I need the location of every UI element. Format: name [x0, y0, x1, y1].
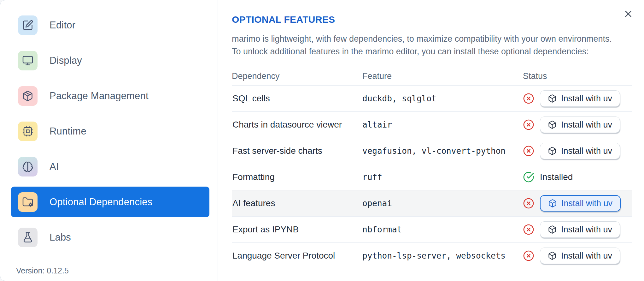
table-header-row: Dependency Feature Status: [232, 67, 632, 86]
install-button-label: Install with uv: [561, 94, 612, 104]
not-installed-icon: [523, 119, 534, 130]
feature-packages: duckdb, sqlglot: [362, 94, 523, 103]
sidebar-item-label: Runtime: [50, 126, 86, 137]
package-box-icon: [548, 146, 557, 155]
cpu-icon: [22, 126, 33, 137]
dependency-name: Charts in datasource viewer: [232, 120, 362, 130]
status-cell: Install with uv: [523, 117, 632, 133]
install-button-label: Install with uv: [561, 225, 612, 235]
sidebar-item-display[interactable]: Display: [11, 45, 209, 76]
status-cell: Installed: [523, 171, 632, 183]
not-installed-icon: [523, 250, 534, 261]
status-cell: Install with uv: [523, 90, 632, 107]
cpu-icon-tile: [18, 122, 38, 141]
panel-description: marimo is lightweight, with few dependen…: [232, 33, 635, 58]
table-row: Formatting ruff Installed: [232, 164, 632, 190]
sidebar-item-label: Display: [50, 55, 82, 66]
dependency-table: Dependency Feature Status SQL cells duck…: [232, 67, 632, 269]
dependency-name: Fast server-side charts: [232, 146, 362, 156]
install-with-uv-button[interactable]: Install with uv: [540, 195, 621, 212]
column-header-dependency: Dependency: [232, 71, 362, 81]
sidebar-item-package-management[interactable]: Package Management: [11, 81, 209, 111]
install-with-uv-button[interactable]: Install with uv: [540, 117, 620, 133]
close-icon: [623, 9, 634, 19]
status-cell: Install with uv: [523, 195, 632, 212]
table-row: SQL cells duckdb, sqlglot Install with u…: [232, 86, 632, 112]
not-installed-icon: [523, 145, 534, 157]
package-icon: [22, 90, 33, 102]
sidebar-item-label: Labs: [50, 232, 71, 243]
package-icon-tile: [18, 86, 38, 106]
table-row: Language Server Protocol python-lsp-serv…: [232, 243, 632, 269]
install-with-uv-button[interactable]: Install with uv: [540, 90, 620, 107]
table-row: AI features openai Install with uv: [232, 190, 632, 217]
pencil-square-icon: [22, 20, 33, 31]
sidebar-item-editor[interactable]: Editor: [11, 10, 209, 40]
table-row: Charts in datasource viewer altair Insta…: [232, 112, 632, 138]
monitor-icon: [22, 55, 33, 66]
feature-packages: ruff: [362, 172, 523, 182]
page-title: OPTIONAL FEATURES: [232, 14, 644, 25]
package-box-icon: [548, 120, 557, 129]
dependency-name: Export as IPYNB: [232, 224, 362, 235]
sidebar-item-ai[interactable]: AI: [11, 151, 209, 182]
status-cell: Install with uv: [523, 221, 632, 238]
install-with-uv-button[interactable]: Install with uv: [540, 248, 620, 264]
install-button-label: Install with uv: [561, 146, 612, 156]
feature-packages: python-lsp-server, websockets: [362, 251, 523, 260]
folder-cog-icon-tile: [18, 192, 38, 212]
monitor-icon-tile: [18, 51, 38, 70]
sidebar-item-label: AI: [50, 161, 59, 172]
sidebar-item-labs[interactable]: Labs: [11, 222, 209, 253]
brain-icon-tile: [18, 157, 38, 176]
status-cell: Install with uv: [523, 143, 632, 159]
feature-packages: altair: [362, 120, 523, 129]
settings-dialog-screen: Editor Display Package Management Runtim…: [0, 0, 644, 281]
folder-cog-icon: [22, 196, 33, 208]
sidebar-item-label: Package Management: [50, 90, 149, 102]
sidebar-item-label: Editor: [50, 20, 75, 31]
not-installed-icon: [523, 224, 534, 235]
settings-sidebar: Editor Display Package Management Runtim…: [0, 0, 218, 281]
feature-packages: nbformat: [362, 225, 523, 234]
install-button-label: Install with uv: [561, 251, 612, 261]
brain-icon: [22, 161, 33, 172]
sidebar-item-label: Optional Dependencies: [50, 196, 152, 208]
feature-packages: openai: [362, 199, 523, 208]
flask-icon-tile: [18, 228, 38, 247]
description-line-1: marimo is lightweight, with few dependen…: [232, 34, 612, 44]
column-header-feature: Feature: [362, 71, 523, 81]
not-installed-icon: [523, 198, 534, 209]
pencil-square-icon-tile: [18, 15, 38, 35]
package-box-icon: [548, 199, 557, 208]
dependency-name: AI features: [232, 198, 362, 208]
package-box-icon: [548, 225, 557, 234]
description-line-2: To unlock additional features in the mar…: [232, 47, 589, 56]
sidebar-item-runtime[interactable]: Runtime: [11, 116, 209, 146]
column-header-status: Status: [523, 71, 632, 81]
dependency-name: Formatting: [232, 172, 362, 182]
installed-status-text: Installed: [540, 172, 573, 182]
version-label: Version: 0.12.5: [16, 266, 218, 275]
package-box-icon: [548, 94, 557, 103]
status-cell: Install with uv: [523, 248, 632, 264]
sidebar-item-optional-dependencies[interactable]: Optional Dependencies: [11, 187, 209, 217]
optional-features-panel: OPTIONAL FEATURES marimo is lightweight,…: [218, 0, 644, 281]
install-button-label: Install with uv: [561, 199, 612, 208]
dependency-name: Language Server Protocol: [232, 251, 362, 261]
not-installed-icon: [523, 93, 534, 104]
install-with-uv-button[interactable]: Install with uv: [540, 143, 620, 159]
install-button-label: Install with uv: [561, 120, 612, 130]
install-with-uv-button[interactable]: Install with uv: [540, 221, 620, 238]
close-button[interactable]: [622, 8, 634, 20]
table-row: Fast server-side charts vegafusion, vl-c…: [232, 138, 632, 164]
flask-icon: [22, 232, 33, 243]
installed-check-icon: [523, 171, 534, 183]
settings-dialog: Editor Display Package Management Runtim…: [0, 0, 644, 281]
dependency-name: SQL cells: [232, 93, 362, 104]
feature-packages: vegafusion, vl-convert-python: [362, 146, 523, 156]
package-box-icon: [548, 251, 557, 260]
table-row: Export as IPYNB nbformat Install with uv: [232, 217, 632, 243]
